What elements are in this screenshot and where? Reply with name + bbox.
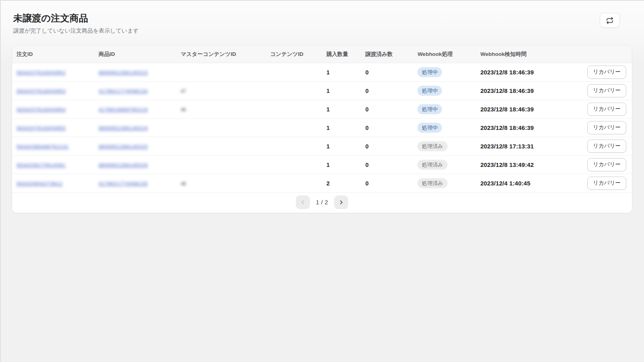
pagination-prev-button[interactable]	[296, 195, 310, 209]
table-row: 5634207618304954 4178616869780219 46 1 0…	[12, 100, 632, 119]
column-header-purchased-qty: 購入数量	[322, 45, 361, 63]
page-subtitle: 譲渡が完了していない注文商品を表示しています	[13, 27, 139, 35]
webhook-detected-time: 2023/12/8 17:13:31	[480, 143, 534, 150]
product-id-link[interactable]: 8806952286145025	[99, 144, 148, 150]
purchased-qty-value: 1	[326, 106, 330, 113]
transferred-qty-value: 0	[365, 69, 369, 76]
title-block: 未譲渡の注文商品 譲渡が完了していない注文商品を表示しています	[13, 12, 139, 35]
unshipped-orders-card: 注文ID 商品ID マスターコンテンツID コンテンツID 購入数量 譲渡済み数…	[12, 45, 632, 213]
webhook-status-badge: 処理中	[417, 104, 442, 115]
webhook-status-badge: 処理済み	[417, 178, 447, 189]
refresh-button[interactable]	[600, 13, 620, 28]
column-header-content-id: コンテンツID	[266, 45, 322, 63]
webhook-detected-time: 2023/12/8 18:46:39	[480, 106, 534, 113]
table-row: 5634207618304953 4178621774088134 47 1 0…	[12, 82, 632, 100]
recovery-button[interactable]: リカバリー	[587, 140, 626, 153]
order-id-link[interactable]: 5634207618304952	[17, 70, 66, 76]
transferred-qty-value: 0	[365, 143, 369, 150]
webhook-status-badge: 処理中	[417, 86, 442, 96]
master-content-id-value: 48	[181, 181, 186, 187]
purchased-qty-value: 1	[326, 125, 330, 131]
webhook-detected-time: 2023/12/8 13:49:42	[480, 161, 534, 168]
orders-table: 注文ID 商品ID マスターコンテンツID コンテンツID 購入数量 譲渡済み数…	[12, 45, 632, 193]
recovery-button[interactable]: リカバリー	[587, 158, 626, 171]
master-content-id-value: 47	[181, 88, 186, 94]
pagination-next-button[interactable]	[334, 195, 348, 209]
chevron-right-icon	[338, 199, 345, 206]
order-id-link[interactable]: 5634207618304955	[17, 125, 66, 131]
purchased-qty-value: 1	[326, 162, 330, 168]
product-id-link[interactable]: 4178616869780219	[99, 107, 148, 113]
refresh-icon	[606, 16, 614, 25]
webhook-status-badge: 処理済み	[417, 141, 447, 152]
table-row: 563420654273612 4178621774088135 48 2 0 …	[12, 174, 632, 193]
column-header-webhook-detected-time: Webhook検知時間	[476, 45, 566, 63]
column-header-webhook-status: Webhook処理	[413, 45, 476, 63]
purchased-qty-value: 2	[326, 180, 330, 187]
product-id-link[interactable]: 8806952286145024	[99, 125, 148, 131]
page: 未譲渡の注文商品 譲渡が完了していない注文商品を表示しています	[0, 0, 644, 213]
table-row: 5634207618304952 8806952286145023 1 0 処理…	[12, 63, 632, 82]
pagination-label: 1 / 2	[316, 199, 328, 206]
product-id-link[interactable]: 8806952286145026	[99, 162, 148, 168]
product-id-link[interactable]: 4178621774088134	[99, 88, 148, 94]
purchased-qty-value: 1	[326, 88, 330, 94]
column-header-transferred-qty: 譲渡済み数	[361, 45, 413, 63]
column-header-actions	[566, 45, 632, 63]
product-id-link[interactable]: 4178621774088135	[99, 181, 148, 187]
transferred-qty-value: 0	[365, 106, 369, 113]
table-row: 56342086488762141 8806952286145025 1 0 処…	[12, 137, 632, 156]
recovery-button[interactable]: リカバリー	[587, 177, 626, 190]
order-id-link[interactable]: 5634207618304954	[17, 107, 66, 113]
order-id-link[interactable]: 5634208170614081	[17, 162, 66, 168]
webhook-status-badge: 処理中	[417, 67, 442, 78]
recovery-button[interactable]: リカバリー	[587, 121, 626, 134]
recovery-button[interactable]: リカバリー	[587, 84, 626, 97]
column-header-master-content-id: マスターコンテンツID	[176, 45, 266, 63]
transferred-qty-value: 0	[365, 88, 369, 94]
page-header: 未譲渡の注文商品 譲渡が完了していない注文商品を表示しています	[0, 0, 644, 35]
order-id-link[interactable]: 56342086488762141	[17, 144, 69, 150]
webhook-status-badge: 処理中	[417, 123, 442, 133]
order-id-link[interactable]: 563420654273612	[17, 181, 62, 187]
pagination: 1 / 2	[12, 193, 632, 213]
transferred-qty-value: 0	[365, 125, 369, 131]
table-row: 5634207618304955 8806952286145024 1 0 処理…	[12, 119, 632, 137]
webhook-detected-time: 2023/12/4 1:40:45	[480, 180, 530, 187]
recovery-button[interactable]: リカバリー	[587, 103, 626, 116]
webhook-detected-time: 2023/12/8 18:46:39	[480, 69, 534, 76]
page-title: 未譲渡の注文商品	[13, 12, 139, 25]
transferred-qty-value: 0	[365, 180, 369, 187]
table-body: 5634207618304952 8806952286145023 1 0 処理…	[12, 63, 632, 193]
webhook-detected-time: 2023/12/8 18:46:39	[480, 124, 534, 131]
chevron-left-icon	[299, 199, 306, 206]
webhook-status-badge: 処理済み	[417, 160, 447, 170]
webhook-detected-time: 2023/12/8 18:46:39	[480, 87, 534, 94]
column-header-product-id: 商品ID	[94, 45, 176, 63]
column-header-order-id: 注文ID	[12, 45, 94, 63]
transferred-qty-value: 0	[365, 162, 369, 168]
product-id-link[interactable]: 8806952286145023	[99, 70, 148, 76]
table-row: 5634208170614081 8806952286145026 1 0 処理…	[12, 156, 632, 174]
purchased-qty-value: 1	[326, 69, 330, 76]
table-header-row: 注文ID 商品ID マスターコンテンツID コンテンツID 購入数量 譲渡済み数…	[12, 45, 632, 63]
order-id-link[interactable]: 5634207618304953	[17, 88, 66, 94]
master-content-id-value: 46	[181, 107, 186, 113]
purchased-qty-value: 1	[326, 143, 330, 150]
recovery-button[interactable]: リカバリー	[587, 66, 626, 79]
